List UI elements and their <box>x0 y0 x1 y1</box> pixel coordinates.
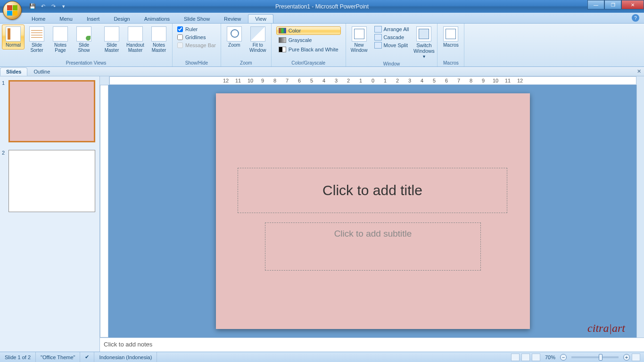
vertical-scrollbar[interactable] <box>636 85 644 337</box>
vertical-ruler[interactable] <box>100 85 108 337</box>
handout-master-button[interactable]: Handout Master <box>124 25 147 55</box>
normal-icon <box>6 26 21 41</box>
group-window: New Window Arrange All Cascade Move Spli… <box>346 24 438 66</box>
close-button[interactable]: ✕ <box>621 0 644 9</box>
cascade-button[interactable]: Cascade <box>373 33 410 41</box>
color-button[interactable]: Color <box>276 26 341 35</box>
minimize-button[interactable]: — <box>587 0 604 9</box>
zoom-in-button[interactable]: + <box>623 354 630 361</box>
window-title: Presentation1 - Microsoft PowerPoint <box>275 3 369 10</box>
bw-swatch-icon <box>279 47 286 52</box>
horizontal-ruler-row: 1211109876543210123456789101112 <box>100 76 644 85</box>
ruler-checkbox[interactable]: Ruler <box>177 26 216 32</box>
split-icon <box>374 42 382 49</box>
zoom-out-button[interactable]: − <box>560 354 567 361</box>
tab-design[interactable]: Design <box>107 14 137 23</box>
messagebar-checkbox: Message Bar <box>177 42 216 48</box>
help-icon[interactable]: ? <box>632 14 639 22</box>
editor: 1211109876543210123456789101112 Click to… <box>100 76 644 352</box>
fit-to-window-button[interactable] <box>632 354 640 361</box>
ribbon: Normal Slide Sorter Notes Page Slide Sho… <box>0 24 644 67</box>
status-slide: Slide 1 of 2 <box>0 352 36 362</box>
switch-icon <box>416 26 431 41</box>
tab-slideshow[interactable]: Slide Show <box>177 14 217 23</box>
tab-view[interactable]: View <box>248 14 273 23</box>
side-panel-tabs: Slides Outline ✕ <box>0 67 644 76</box>
notes-page-button[interactable]: Notes Page <box>49 25 72 55</box>
office-button[interactable] <box>3 1 22 20</box>
macros-button[interactable]: Macros <box>439 25 462 49</box>
group-presentation-views: Normal Slide Sorter Notes Page Slide Sho… <box>0 24 173 66</box>
status-spellcheck-icon[interactable]: ✔ <box>80 352 94 362</box>
gridlines-checkbox[interactable]: Gridlines <box>177 34 216 40</box>
gray-swatch-icon <box>279 37 286 43</box>
zoom-thumb[interactable] <box>599 354 603 361</box>
office-logo-icon <box>7 5 17 16</box>
sorter-icon <box>29 26 44 41</box>
save-icon[interactable]: 💾 <box>28 2 37 11</box>
move-split-button[interactable]: Move Split <box>373 41 410 49</box>
tab-menu[interactable]: Menu <box>52 14 80 23</box>
thumb-wrap-1[interactable]: 1 <box>0 76 99 146</box>
title-bar: 💾 ↶ ↷ ▾ Presentation1 - Microsoft PowerP… <box>0 0 644 13</box>
slide-thumb-1[interactable] <box>8 80 95 142</box>
fit-icon <box>250 26 265 41</box>
slide-master-button[interactable]: Slide Master <box>100 25 123 55</box>
slide-panel[interactable]: 1 2 <box>0 76 100 352</box>
notes-pane[interactable]: Click to add notes <box>100 337 644 352</box>
view-sorter-button[interactable] <box>521 354 530 361</box>
zoom-button[interactable]: Zoom <box>223 25 246 49</box>
macros-icon <box>443 26 458 41</box>
watermark: citra|art <box>587 322 625 335</box>
new-window-button[interactable]: New Window <box>348 25 371 55</box>
zoom-value: 70% <box>545 354 555 360</box>
status-bar: Slide 1 of 2 "Office Theme" ✔ Indonesian… <box>0 352 644 362</box>
zoom-slider[interactable] <box>571 356 619 358</box>
slide[interactable]: Click to add title Click to add subtitle <box>216 93 530 329</box>
window-controls: — ❐ ✕ <box>587 0 644 9</box>
workspace: 1 2 1211109876543210123456789101112 Clic… <box>0 76 644 352</box>
quick-access-toolbar: 💾 ↶ ↷ ▾ <box>25 0 72 13</box>
thumb-wrap-2[interactable]: 2 <box>0 146 99 216</box>
fit-window-button[interactable]: Fit to Window <box>247 25 269 55</box>
arrange-icon <box>374 26 382 33</box>
slide-thumb-2[interactable] <box>8 150 95 212</box>
undo-icon[interactable]: ↶ <box>39 2 47 11</box>
tab-slides[interactable]: Slides <box>0 67 27 76</box>
color-swatch-icon <box>279 28 286 33</box>
tab-home[interactable]: Home <box>25 14 52 23</box>
slide-canvas[interactable]: Click to add title Click to add subtitle… <box>109 85 636 337</box>
qat-dropdown-icon[interactable]: ▾ <box>59 2 68 11</box>
group-zoom: Zoom Fit to Window Zoom <box>221 24 272 66</box>
arrange-all-button[interactable]: Arrange All <box>373 25 410 33</box>
horizontal-ruler[interactable]: 1211109876543210123456789101112 <box>109 76 636 85</box>
view-show-button[interactable] <box>532 354 540 361</box>
title-placeholder[interactable]: Click to add title <box>238 168 507 213</box>
group-macros: Macros Macros <box>438 24 464 66</box>
tab-review[interactable]: Review <box>217 14 248 23</box>
subtitle-placeholder[interactable]: Click to add subtitle <box>265 222 481 271</box>
slide-sorter-button[interactable]: Slide Sorter <box>25 25 48 55</box>
panel-close-icon[interactable]: ✕ <box>637 68 641 74</box>
normal-button[interactable]: Normal <box>2 25 25 49</box>
slide-show-button[interactable]: Slide Show <box>73 25 95 55</box>
black-white-button[interactable]: Pure Black and White <box>276 45 341 54</box>
notes-icon <box>53 26 68 41</box>
nmaster-icon <box>151 26 166 41</box>
show-icon <box>76 26 91 41</box>
cascade-icon <box>374 34 382 41</box>
tab-insert[interactable]: Insert <box>80 14 107 23</box>
redo-icon[interactable]: ↷ <box>49 2 58 11</box>
status-language[interactable]: Indonesian (Indonesia) <box>94 352 157 362</box>
group-show-hide: Ruler Gridlines Message Bar Show/Hide <box>173 24 221 66</box>
notes-master-button[interactable]: Notes Master <box>148 25 170 55</box>
zoom-icon <box>227 26 242 41</box>
tab-outline[interactable]: Outline <box>27 67 56 76</box>
grayscale-button[interactable]: Grayscale <box>276 36 341 44</box>
maximize-button[interactable]: ❐ <box>604 0 621 9</box>
status-theme: "Office Theme" <box>36 352 80 362</box>
group-color-grayscale: Color Grayscale Pure Black and White Col… <box>272 24 346 66</box>
view-normal-button[interactable] <box>511 354 520 361</box>
switch-windows-button[interactable]: Switch Windows ▾ <box>413 25 435 61</box>
tab-animations[interactable]: Animations <box>137 14 177 23</box>
